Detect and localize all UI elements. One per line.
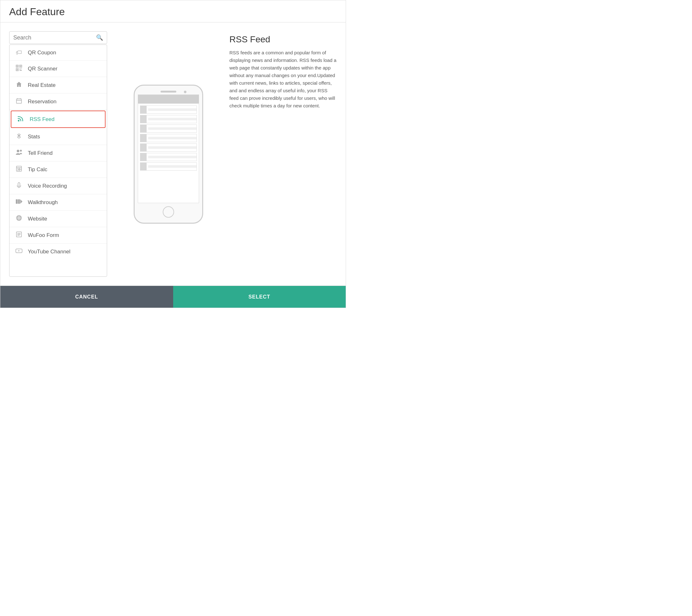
dialog-header: Add Feature [0, 0, 346, 22]
feature-item-tip-calc[interactable]: Tip Calc [9, 161, 107, 178]
real-estate-icon [15, 81, 23, 89]
screen-thumb [140, 115, 147, 123]
svg-rect-1 [17, 66, 18, 67]
tell-friend-icon [15, 149, 23, 157]
feature-label: Walkthrough [28, 199, 58, 206]
right-panel: RSS Feed RSS feeds are a common and popu… [230, 31, 337, 277]
feature-label: Tell Friend [28, 150, 52, 156]
screen-list [138, 104, 199, 203]
svg-rect-3 [20, 66, 21, 67]
selected-feature-title: RSS Feed [230, 35, 337, 45]
svg-rect-24 [18, 199, 20, 204]
feature-item-wufoo-form[interactable]: WuFoo Form [9, 227, 107, 244]
screen-row [140, 162, 197, 171]
feature-item-reservation[interactable]: Reservation [9, 93, 107, 110]
screen-row [140, 115, 197, 123]
screen-thumb [140, 134, 147, 142]
screen-row [140, 125, 197, 133]
screen-header [138, 95, 199, 104]
search-box[interactable]: 🔍 [9, 31, 107, 44]
feature-label: Real Estate [28, 82, 56, 88]
svg-point-13 [18, 120, 20, 122]
selected-feature-description: RSS feeds are a common and popular form … [230, 49, 337, 110]
svg-point-16 [20, 150, 22, 152]
svg-rect-23 [16, 199, 18, 204]
svg-point-15 [17, 150, 19, 152]
screen-thumb [140, 144, 147, 151]
feature-item-rss-feed[interactable]: RSS Feed [11, 111, 106, 128]
screen-thumb [140, 153, 147, 161]
feature-label: Stats [28, 134, 40, 140]
feature-item-real-estate[interactable]: Real Estate [9, 77, 107, 93]
voice-recording-icon [15, 182, 23, 190]
screen-row [140, 153, 197, 161]
screen-row [140, 106, 197, 114]
feature-item-walkthrough[interactable]: Walkthrough [9, 194, 107, 211]
phone-screen [138, 94, 199, 203]
svg-marker-36 [18, 250, 20, 251]
feature-label: WuFoo Form [28, 232, 59, 239]
feature-label: YouTube Channel [28, 249, 70, 255]
wufoo-form-icon [15, 231, 23, 239]
dialog-footer: CANCEL SELECT [0, 286, 346, 308]
feature-label: Voice Recording [28, 183, 67, 189]
screen-row [140, 144, 197, 152]
feature-label: QR Coupon [28, 50, 56, 56]
feature-label: Tip Calc [28, 167, 47, 173]
feature-item-qr-scanner[interactable]: QR Scanner [9, 61, 107, 77]
screen-thumb [140, 163, 147, 170]
search-input[interactable] [13, 35, 96, 41]
qr-scanner-icon [15, 65, 23, 73]
dialog-body: 🔍 🏷QR Coupon QR ScannerReal EstateReserv… [0, 22, 346, 286]
qr-coupon-icon: 🏷 [15, 49, 23, 56]
svg-marker-25 [20, 199, 22, 204]
phone-panel [116, 31, 220, 277]
add-feature-dialog: Add Feature 🔍 🏷QR Coupon QR ScannerReal … [0, 0, 346, 308]
tip-calc-icon [15, 166, 23, 173]
screen-row [140, 134, 197, 142]
phone-mockup [134, 85, 203, 224]
feature-item-voice-recording[interactable]: Voice Recording [9, 178, 107, 194]
left-panel: 🔍 🏷QR Coupon QR ScannerReal EstateReserv… [9, 31, 107, 277]
svg-rect-9 [17, 99, 21, 103]
svg-rect-7 [21, 69, 22, 69]
svg-rect-6 [20, 69, 21, 69]
feature-item-stats[interactable]: Stats [9, 129, 107, 145]
page-title: Add Feature [9, 6, 337, 18]
rss-feed-icon [17, 115, 25, 123]
feature-item-youtube-channel[interactable]: YouTube Channel [9, 244, 107, 260]
feature-item-website[interactable]: Website [9, 211, 107, 227]
feature-item-tell-friend[interactable]: Tell Friend [9, 145, 107, 161]
cancel-button[interactable]: CANCEL [0, 286, 173, 308]
reservation-icon [15, 97, 23, 106]
phone-speaker [160, 91, 176, 92]
stats-icon [15, 133, 23, 140]
svg-rect-5 [17, 69, 18, 70]
feature-item-qr-coupon[interactable]: 🏷QR Coupon [9, 45, 107, 61]
feature-label: RSS Feed [30, 116, 55, 123]
walkthrough-icon [15, 198, 23, 206]
feature-label: QR Scanner [28, 66, 58, 72]
screen-thumb [140, 106, 147, 113]
feature-list: 🏷QR Coupon QR ScannerReal EstateReservat… [9, 45, 107, 277]
select-button[interactable]: SELECT [173, 286, 346, 308]
svg-rect-17 [17, 166, 21, 171]
feature-label: Website [28, 216, 47, 222]
website-icon [15, 215, 23, 223]
search-icon: 🔍 [96, 34, 103, 41]
phone-camera [184, 91, 187, 93]
feature-label: Reservation [28, 98, 57, 105]
phone-home-button [163, 206, 174, 218]
svg-point-14 [18, 135, 20, 137]
svg-rect-8 [20, 70, 22, 71]
screen-thumb [140, 125, 147, 132]
youtube-channel-icon [15, 248, 23, 256]
